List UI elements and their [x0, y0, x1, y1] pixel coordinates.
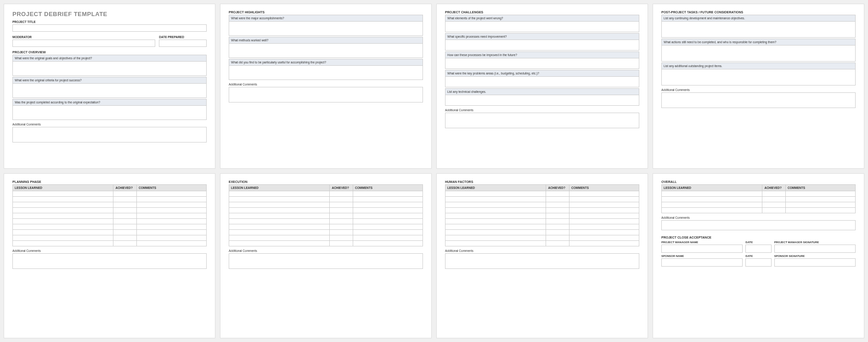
table-row[interactable]	[445, 230, 639, 235]
p4-q3: List any additional outstanding project …	[661, 63, 856, 86]
p3-q4-head: What were the key problems areas (i.e., …	[445, 70, 639, 77]
table-row[interactable]	[13, 230, 207, 235]
p5-lessons-table: LESSON LEARNED ACHIEVED? COMMENTS	[12, 184, 207, 246]
table-row[interactable]	[229, 235, 423, 241]
table-row[interactable]	[13, 224, 207, 230]
page-1: PROJECT DEBRIEF TEMPLATE PROJECT TITLE M…	[4, 4, 215, 169]
table-row[interactable]	[229, 241, 423, 246]
p3-q4-body[interactable]	[445, 77, 639, 87]
table-row[interactable]	[229, 219, 423, 224]
table-row[interactable]	[13, 191, 207, 197]
table-row[interactable]	[445, 202, 639, 208]
col-lesson: LESSON LEARNED	[445, 185, 546, 191]
table-row[interactable]	[13, 197, 207, 202]
p8-overall-heading: OVERALL	[661, 180, 856, 183]
col-achieved: ACHIEVED?	[546, 185, 569, 191]
table-row[interactable]	[229, 208, 423, 213]
p1-q3-head: Was the project completed according to t…	[13, 99, 206, 106]
table-row[interactable]	[13, 208, 207, 213]
pm-name-label: PROJECT MANAGER NAME	[661, 241, 743, 244]
p1-ac-box[interactable]	[12, 127, 207, 142]
pm-date-input[interactable]	[745, 245, 771, 253]
sponsor-name-input[interactable]	[661, 258, 743, 267]
p3-q1-head: What elements of the project went wrong?	[445, 15, 639, 22]
p4-q3-body[interactable]	[662, 69, 855, 85]
p4-heading: POST-PROJECT TASKS / FUTURE CONSIDERATIO…	[661, 11, 856, 14]
table-row[interactable]	[13, 235, 207, 241]
table-row[interactable]	[13, 219, 207, 224]
p3-q1-body[interactable]	[445, 22, 639, 32]
p2-q2-body[interactable]	[229, 44, 423, 57]
pm-name-input[interactable]	[661, 245, 743, 253]
p1-q1: What were the original goals and objecti…	[12, 55, 207, 76]
p6-ac-label: Additional Comments	[229, 249, 423, 252]
table-row[interactable]	[445, 224, 639, 230]
table-row[interactable]	[13, 202, 207, 208]
table-row[interactable]	[445, 191, 639, 197]
p3-q5-head: List any technical challenges.	[445, 89, 639, 95]
p3-q5-body[interactable]	[445, 95, 639, 105]
table-row[interactable]	[229, 197, 423, 202]
p1-q2-body[interactable]	[13, 84, 206, 97]
sponsor-name-label: SPONSOR NAME	[661, 255, 743, 257]
p8-lessons-table: LESSON LEARNED ACHIEVED? COMMENTS	[661, 184, 856, 213]
table-row[interactable]	[445, 197, 639, 202]
p4-q1-body[interactable]	[662, 22, 855, 37]
table-row[interactable]	[229, 213, 423, 219]
p2-q3: What did you find to be particularly use…	[229, 59, 423, 80]
table-row[interactable]	[229, 224, 423, 230]
table-row[interactable]	[662, 197, 856, 202]
page-4: POST-PROJECT TASKS / FUTURE CONSIDERATIO…	[653, 4, 864, 169]
p2-q1-body[interactable]	[229, 22, 423, 35]
p4-q2-body[interactable]	[662, 46, 855, 61]
p6-ac-box[interactable]	[229, 253, 423, 269]
table-row[interactable]	[445, 235, 639, 241]
p8-close-heading: PROJECT CLOSE ACCEPTANCE	[661, 236, 856, 239]
p1-q1-body[interactable]	[13, 62, 206, 75]
doc-title: PROJECT DEBRIEF TEMPLATE	[12, 11, 207, 17]
p8-ac-box[interactable]	[661, 220, 856, 230]
moderator-input[interactable]	[12, 40, 155, 47]
col-lesson: LESSON LEARNED	[229, 185, 330, 191]
sponsor-sig-label: SPONSOR SIGNATURE	[774, 255, 856, 257]
p3-q2-body[interactable]	[445, 40, 639, 50]
page-7: HUMAN FACTORS LESSON LEARNED ACHIEVED? C…	[436, 173, 648, 338]
p4-q2: What actions still need to be completed,…	[661, 39, 856, 62]
p2-q1: What were the major accomplishments?	[229, 15, 423, 36]
table-row[interactable]	[229, 191, 423, 197]
p3-q1: What elements of the project went wrong?	[445, 15, 639, 32]
table-row[interactable]	[662, 202, 856, 208]
p1-q3-body[interactable]	[13, 106, 206, 120]
p2-q3-body[interactable]	[229, 66, 423, 80]
sponsor-sig-input[interactable]	[774, 258, 856, 267]
table-row[interactable]	[13, 213, 207, 219]
table-row[interactable]	[13, 241, 207, 246]
p7-heading: HUMAN FACTORS	[445, 180, 639, 183]
table-row[interactable]	[229, 230, 423, 235]
table-row[interactable]	[662, 191, 856, 197]
p3-ac-box[interactable]	[445, 113, 639, 128]
p2-heading: PROJECT HIGHLIGHTS	[229, 11, 423, 14]
table-row[interactable]	[445, 241, 639, 246]
col-achieved: ACHIEVED?	[330, 185, 353, 191]
p1-q2: What were the original criteria for proj…	[12, 77, 207, 98]
p5-heading: PLANNING PHASE	[12, 180, 207, 183]
table-row[interactable]	[229, 202, 423, 208]
p2-ac-box[interactable]	[229, 87, 423, 103]
p3-heading: PROJECT CHALLENGES	[445, 11, 639, 14]
project-title-input[interactable]	[12, 24, 207, 32]
p5-ac-label: Additional Comments	[12, 249, 207, 252]
p7-ac-box[interactable]	[445, 253, 639, 269]
pm-sig-input[interactable]	[774, 245, 856, 253]
table-row[interactable]	[445, 208, 639, 213]
table-row[interactable]	[445, 219, 639, 224]
p2-ac-label: Additional Comments	[229, 83, 423, 86]
table-row[interactable]	[445, 213, 639, 219]
p4-ac-box[interactable]	[661, 92, 856, 108]
date-prepared-input[interactable]	[159, 40, 207, 47]
sponsor-date-input[interactable]	[745, 258, 771, 267]
p4-q2-head: What actions still need to be completed,…	[662, 39, 855, 46]
p5-ac-box[interactable]	[12, 253, 207, 269]
p3-q3-body[interactable]	[445, 58, 639, 68]
table-row[interactable]	[662, 208, 856, 213]
